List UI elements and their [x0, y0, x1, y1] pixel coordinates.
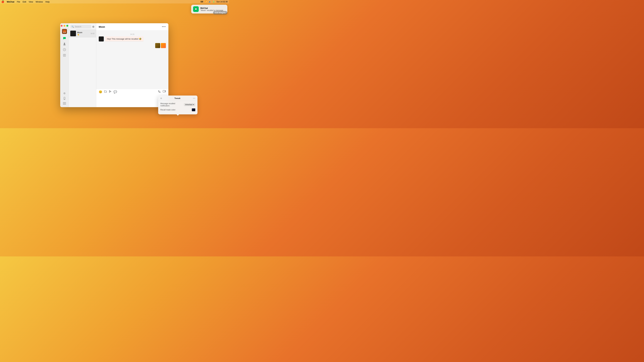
chat-preview-moon: 👋: [77, 34, 89, 36]
tweak-label-color: Recall mask color:: [160, 109, 176, 111]
avatar-fox: [161, 43, 166, 48]
minimize-button[interactable]: [64, 25, 66, 27]
menubar-edit[interactable]: Edit: [22, 1, 27, 3]
tweak-row-color: Recall mask color:: [160, 108, 195, 111]
menubar-view[interactable]: View: [28, 1, 34, 3]
traffic-lights: [60, 25, 68, 27]
search-bar[interactable]: 🔍 Search: [70, 25, 91, 28]
chat-info-moon: Moon 👋: [77, 31, 89, 36]
video-call-button[interactable]: [163, 90, 166, 94]
svg-rect-7: [63, 102, 66, 103]
svg-rect-8: [63, 103, 66, 103]
tweak-panel: Tweak >> Message recalled notification: …: [158, 95, 198, 114]
chat-list-panel: 🔍 Search ⊕ Moon 👋 14:32: [69, 23, 96, 107]
close-button[interactable]: [61, 25, 62, 27]
svg-text:💬: 💬: [195, 8, 197, 10]
message-timestamp: 14:31: [99, 33, 166, 35]
menubar-app-name[interactable]: WeChat: [6, 1, 16, 3]
emoji-button[interactable]: 😊: [99, 90, 102, 94]
svg-point-6: [64, 99, 64, 99]
sidebar-bottom: [62, 91, 67, 107]
message-bubble-recalled: Hey! This message will be recalled 🤣: [105, 36, 144, 41]
chat-time-moon: 14:32: [90, 33, 94, 34]
message-row-right-avatars: [99, 43, 166, 48]
tweak-header: Tweak >>: [158, 95, 198, 101]
menubar-file[interactable]: File: [16, 1, 22, 3]
sender-avatar: [99, 36, 104, 41]
apple-menu[interactable]: 🍎: [1, 0, 4, 3]
svg-rect-9: [63, 104, 66, 104]
tweak-arrow: [176, 114, 179, 116]
sidebar-item-menu[interactable]: [62, 101, 67, 106]
sidebar-item-contacts[interactable]: [62, 41, 67, 46]
tweak-body: Message recalled notification: Inherited…: [158, 101, 198, 114]
tweak-select-value: Inherited: [185, 103, 192, 106]
svg-point-10: [109, 92, 110, 92]
sidebar-narrow: 🦊: [60, 23, 69, 107]
chat-avatar-moon: [70, 31, 76, 36]
tweak-expand-button[interactable]: >>: [193, 97, 195, 99]
chat-name-moon: Moon: [77, 31, 89, 34]
maximize-button[interactable]: [66, 25, 68, 27]
sidebar-item-moments[interactable]: [62, 91, 67, 96]
tweak-row-notification: Message recalled notification: Inherited…: [160, 102, 195, 107]
folder-button[interactable]: [104, 90, 107, 94]
message-row-recalled: Hey! This message will be recalled 🤣: [99, 36, 166, 41]
search-placeholder: Search: [75, 25, 81, 28]
sidebar-item-favorites[interactable]: [62, 53, 67, 58]
voip-button[interactable]: 💬: [114, 90, 117, 94]
compose-button[interactable]: ⊕: [92, 25, 94, 28]
chat-contact-name: Moon: [99, 25, 105, 28]
chat-list-item[interactable]: Moon 👋 14:32: [69, 29, 96, 37]
toolbar-right: [158, 90, 166, 94]
scissors-button[interactable]: [109, 90, 112, 94]
notif-content: WeChat "Moon" recalled a message: [200, 7, 226, 11]
phone-call-button[interactable]: [158, 90, 161, 94]
wechat-window: 🦊: [60, 23, 168, 107]
chat-header: Moon •••: [96, 23, 168, 30]
chat-input-area[interactable]: [96, 95, 168, 107]
avatar-bear: [155, 43, 160, 48]
search-icon: 🔍: [72, 26, 74, 28]
right-avatars: [155, 43, 166, 48]
menubar-time: Sun 14:32:30: [216, 1, 228, 3]
notif-title: WeChat: [200, 7, 226, 9]
svg-rect-12: [163, 90, 165, 92]
menubar-help[interactable]: Help: [44, 1, 51, 3]
battery-icon: 🔋: [212, 1, 215, 3]
chat-messages: 14:31 Hey! This message will be recalled…: [96, 30, 168, 89]
sound-icon: 🔊: [209, 1, 211, 3]
menubar-right: ⌨ 📶 🔊 🔋 Sun 14:32:30: [200, 1, 228, 3]
tweak-dot: [160, 98, 162, 99]
user-avatar[interactable]: 🦊: [62, 29, 67, 34]
menubar-window[interactable]: Window: [34, 1, 44, 3]
color-swatch-button[interactable]: [192, 108, 195, 111]
sidebar-item-chats[interactable]: [62, 36, 67, 41]
sidebar-item-discover[interactable]: [62, 47, 67, 52]
chat-toolbar: 😊 💬: [96, 89, 168, 95]
edit-widgets-button[interactable]: Edit Widgets: [213, 11, 227, 14]
sidebar-item-phone[interactable]: [62, 96, 67, 101]
tweak-select-notification[interactable]: Inherited ▾: [184, 103, 195, 106]
notif-app-icon: 💬: [193, 6, 199, 12]
tweak-title: Tweak: [174, 97, 180, 99]
tweak-label-notification: Message recalled notification:: [160, 102, 184, 107]
wifi-icon: 📶: [205, 1, 207, 3]
chevron-down-icon: ▾: [193, 103, 194, 106]
menubar: 🍎 WeChat File Edit View Window Help ⌨ 📶 …: [0, 0, 229, 3]
svg-point-4: [64, 93, 65, 94]
chat-area: Moon ••• 14:31 Hey! This message will be…: [96, 23, 168, 107]
search-row: 🔍 Search ⊕: [69, 23, 96, 29]
more-options-button[interactable]: •••: [162, 25, 166, 28]
svg-point-11: [109, 90, 110, 91]
keyboard-icon: ⌨: [200, 1, 203, 3]
